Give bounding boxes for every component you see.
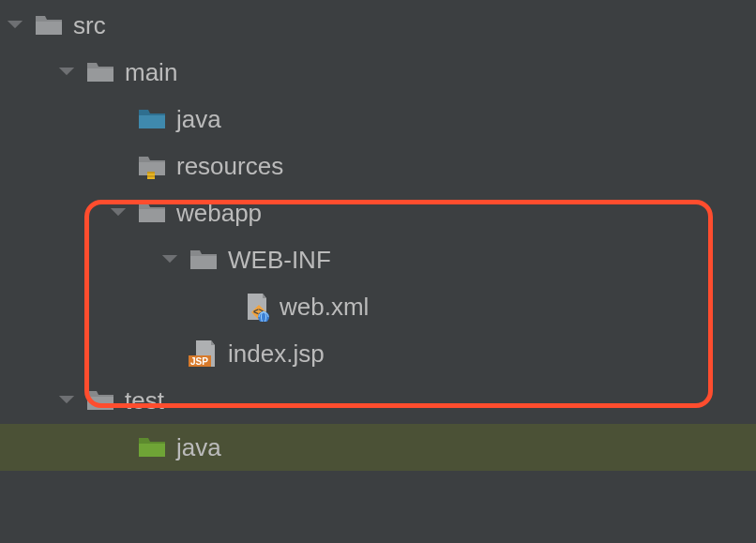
tree-node-label: resources	[176, 152, 283, 181]
tree-node-label: src	[73, 11, 106, 40]
tree-node-label: index.jsp	[228, 339, 325, 369]
folder-icon	[85, 385, 115, 415]
tree-node-resources[interactable]: resources	[0, 143, 756, 189]
arrow-placeholder	[212, 297, 231, 316]
tree-node-java-test[interactable]: java	[0, 424, 756, 471]
folder-icon	[189, 245, 219, 275]
file-webxml-icon	[240, 292, 270, 322]
arrow-placeholder	[109, 157, 128, 175]
tree-node-webapp[interactable]: webapp	[0, 189, 756, 236]
tree-node-java-main[interactable]: java	[0, 96, 756, 143]
chevron-down-icon[interactable]	[160, 250, 179, 269]
tree-node-label: java	[176, 433, 221, 462]
tree-node-test[interactable]: test	[0, 377, 756, 424]
chevron-down-icon[interactable]	[57, 391, 76, 410]
folder-resources-icon	[137, 151, 167, 181]
folder-icon	[85, 57, 115, 87]
tree-node-label: webapp	[176, 199, 262, 228]
tree-node-label: WEB-INF	[228, 246, 331, 275]
tree-node-webxml[interactable]: web.xml	[0, 283, 756, 330]
arrow-placeholder	[109, 110, 128, 128]
folder-test-source-icon	[137, 432, 167, 462]
folder-icon	[34, 10, 64, 40]
arrow-placeholder	[109, 438, 128, 457]
file-jsp-icon	[189, 339, 219, 369]
chevron-down-icon[interactable]	[109, 204, 128, 222]
tree-node-label: web.xml	[280, 293, 369, 322]
folder-icon	[137, 198, 167, 228]
project-tree[interactable]: src main java resources webapp WEB-INF w…	[0, 0, 756, 471]
tree-node-src[interactable]: src	[0, 2, 756, 49]
arrow-placeholder	[160, 344, 179, 363]
tree-node-label: java	[176, 105, 221, 134]
chevron-down-icon[interactable]	[6, 16, 24, 35]
tree-node-main[interactable]: main	[0, 49, 756, 96]
chevron-down-icon[interactable]	[57, 63, 76, 82]
tree-node-label: main	[125, 58, 177, 87]
tree-node-label: test	[125, 386, 164, 415]
tree-node-indexjsp[interactable]: index.jsp	[0, 330, 756, 377]
tree-node-webinf[interactable]: WEB-INF	[0, 236, 756, 283]
folder-source-icon	[137, 104, 167, 134]
